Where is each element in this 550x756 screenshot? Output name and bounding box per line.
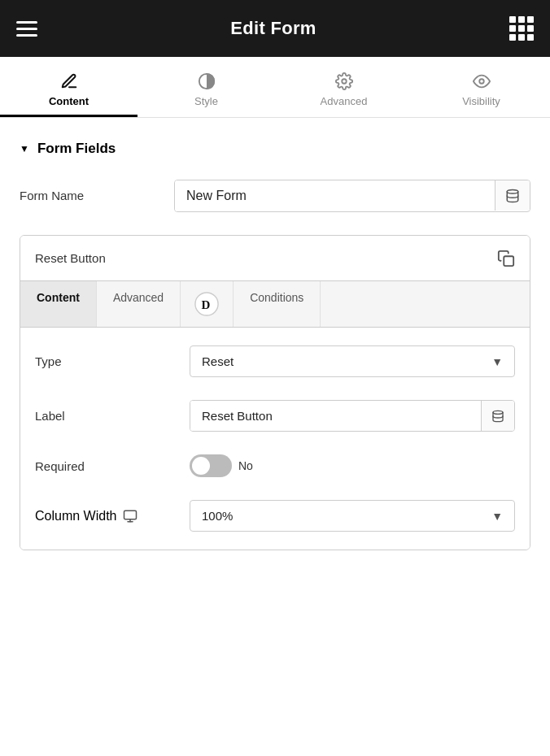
- card-title: Reset Button: [35, 251, 106, 265]
- inner-tab-advanced[interactable]: Advanced: [97, 281, 181, 327]
- visibility-icon: [473, 72, 491, 90]
- label-input[interactable]: [190, 401, 481, 431]
- inner-tab-d[interactable]: D: [181, 281, 234, 327]
- required-toggle[interactable]: [190, 454, 232, 477]
- database-icon[interactable]: [495, 180, 530, 211]
- tab-style[interactable]: Style: [138, 57, 275, 117]
- type-value: Reset: [202, 354, 491, 368]
- grid-apps-icon[interactable]: [509, 16, 534, 41]
- column-width-label-wrapper: Column Width: [35, 509, 190, 524]
- svg-text:D: D: [202, 298, 211, 311]
- d-icon: D: [192, 289, 221, 319]
- section-header: ▼ Form Fields: [20, 141, 530, 157]
- form-name-row: Form Name: [20, 180, 530, 212]
- tab-visibility-label: Visibility: [462, 95, 500, 107]
- svg-rect-4: [504, 257, 513, 267]
- page-title: Edit Form: [230, 18, 316, 39]
- hamburger-menu-icon[interactable]: [16, 21, 37, 37]
- svg-point-3: [507, 190, 518, 194]
- svg-rect-8: [124, 511, 137, 520]
- section-title: Form Fields: [37, 141, 116, 157]
- svg-point-2: [479, 79, 484, 84]
- form-name-input[interactable]: [175, 180, 495, 211]
- type-label: Type: [35, 354, 190, 368]
- advanced-icon: [335, 72, 353, 90]
- column-width-chevron-icon: ▼: [491, 510, 503, 523]
- reset-button-card: Reset Button Content Advanced D: [20, 235, 530, 551]
- inner-tab-conditions[interactable]: Conditions: [234, 281, 321, 327]
- type-select[interactable]: Reset ▼: [190, 345, 515, 377]
- inner-tabs: Content Advanced D Conditions: [20, 281, 530, 328]
- required-value: No: [238, 459, 253, 472]
- card-header: Reset Button: [20, 236, 530, 282]
- column-width-label: Column Width: [35, 509, 116, 524]
- monitor-icon: [123, 509, 138, 524]
- main-content: ▼ Form Fields Form Name Reset Button: [0, 118, 550, 587]
- tab-content[interactable]: Content: [0, 57, 138, 117]
- inner-tab-advanced-label: Advanced: [113, 291, 164, 304]
- column-width-row: Column Width 100% ▼: [20, 489, 530, 543]
- inner-tab-content-label: Content: [37, 291, 80, 304]
- svg-point-1: [342, 79, 347, 84]
- inner-tab-content[interactable]: Content: [20, 281, 97, 327]
- label-input-wrapper: [190, 400, 515, 432]
- header: Edit Form: [0, 0, 550, 57]
- content-icon: [60, 72, 78, 90]
- tab-advanced-label: Advanced: [321, 95, 368, 107]
- tab-content-label: Content: [49, 95, 89, 107]
- type-row: Type Reset ▼: [20, 334, 530, 389]
- style-icon: [198, 72, 216, 90]
- required-row: Required No: [20, 443, 530, 489]
- required-label: Required: [35, 459, 190, 473]
- column-width-value: 100%: [202, 509, 491, 523]
- label-database-icon[interactable]: [481, 401, 514, 431]
- chevron-down-icon: ▼: [491, 355, 503, 368]
- label-row: Label: [20, 389, 530, 443]
- card-body: Type Reset ▼ Label: [20, 328, 530, 550]
- form-name-input-wrapper: [174, 180, 530, 212]
- top-tabs: Content Style Advanced Visibility: [0, 57, 550, 118]
- svg-point-7: [493, 411, 503, 414]
- copy-icon[interactable]: [497, 249, 515, 268]
- required-toggle-wrapper: No: [190, 454, 515, 477]
- tab-visibility[interactable]: Visibility: [412, 57, 550, 117]
- label-label: Label: [35, 409, 190, 423]
- column-width-select[interactable]: 100% ▼: [190, 500, 515, 532]
- tab-style-label: Style: [194, 95, 218, 107]
- tab-advanced[interactable]: Advanced: [275, 57, 412, 117]
- section-collapse-icon[interactable]: ▼: [20, 143, 29, 154]
- inner-tab-conditions-label: Conditions: [250, 291, 303, 304]
- form-name-label: Form Name: [20, 189, 174, 202]
